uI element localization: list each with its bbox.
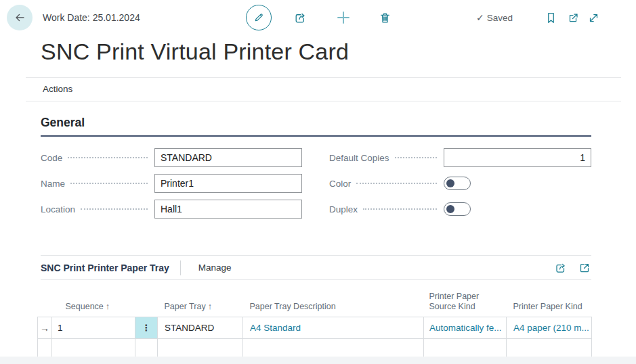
- general-section-title: General: [41, 116, 591, 137]
- cell-sequence[interactable]: 1: [52, 317, 135, 339]
- description-link[interactable]: A4 Standard: [250, 323, 301, 333]
- empty-cell[interactable]: [507, 339, 592, 359]
- dotted-leader: [363, 208, 437, 210]
- dotted-leader: [356, 183, 437, 184]
- default-copies-input[interactable]: [444, 148, 591, 167]
- open-in-new-window-icon: [567, 12, 580, 24]
- color-toggle[interactable]: [444, 177, 471, 190]
- actions-menu[interactable]: Actions: [43, 78, 72, 101]
- back-button[interactable]: [7, 5, 33, 30]
- save-status: ✓Saved: [476, 0, 513, 36]
- general-section: General Code Default Copies Name Color: [41, 116, 591, 219]
- column-header-paper-tray[interactable]: Paper Tray↑: [158, 292, 243, 317]
- color-label: Color: [329, 179, 351, 189]
- plus-icon: [335, 9, 352, 26]
- pencil-icon: [252, 11, 266, 24]
- paper-kind-link[interactable]: A4 paper (210 m...: [513, 323, 589, 333]
- default-copies-label: Default Copies: [329, 153, 389, 163]
- color-field-row: Color: [329, 174, 591, 193]
- default-copies-field-row: Default Copies: [329, 148, 591, 167]
- vertical-divider: [180, 260, 181, 275]
- row-selector-header: [38, 292, 52, 317]
- column-header-source-kind[interactable]: Printer Paper Source Kind: [424, 292, 507, 317]
- name-input[interactable]: [154, 174, 302, 193]
- location-label: Location: [41, 204, 75, 214]
- top-action-bar: Work Date: 25.01.2024: [0, 0, 636, 35]
- table-header-row: Sequence↑ Paper Tray↑ Paper Tray Descrip…: [38, 292, 592, 317]
- current-row-marker: →: [38, 317, 52, 339]
- empty-table-row: [38, 339, 592, 359]
- page-background-strip: [0, 357, 636, 364]
- cell-source-kind: Automatically fe...: [424, 317, 507, 339]
- open-in-new-window-button[interactable]: [567, 12, 580, 24]
- sort-ascending-icon: ↑: [106, 302, 110, 311]
- share-list-button[interactable]: [554, 261, 568, 275]
- duplex-label: Duplex: [329, 204, 358, 214]
- save-status-label: Saved: [487, 13, 513, 23]
- name-field-row: Name: [41, 174, 302, 193]
- code-input[interactable]: [154, 148, 302, 167]
- duplex-toggle[interactable]: [444, 202, 471, 216]
- paper-tray-header: SNC Print Printer Paper Tray Manage: [41, 255, 591, 280]
- paper-tray-table: Sequence↑ Paper Tray↑ Paper Tray Descrip…: [37, 292, 592, 359]
- delete-button[interactable]: [377, 10, 392, 25]
- dotted-leader: [70, 183, 148, 184]
- focus-mode-icon: [578, 261, 591, 275]
- empty-cell[interactable]: [158, 339, 243, 359]
- name-label: Name: [41, 179, 65, 189]
- expand-diagonal-icon: [587, 12, 600, 24]
- new-button[interactable]: [335, 9, 352, 26]
- location-input[interactable]: [154, 200, 302, 219]
- share-button[interactable]: [293, 10, 308, 25]
- dotted-leader: [68, 157, 148, 158]
- focus-mode-button[interactable]: [578, 261, 591, 275]
- cell-paper-tray[interactable]: STANDARD: [158, 317, 243, 339]
- menu-bar: Actions: [26, 77, 621, 101]
- page-title: SNC Print Virtual Printer Card: [41, 37, 636, 66]
- bookmark-icon: [545, 12, 557, 24]
- dotted-leader: [395, 157, 437, 158]
- toggle-knob: [446, 205, 454, 213]
- bookmark-button[interactable]: [545, 11, 557, 24]
- paper-tray-section-title: SNC Print Printer Paper Tray: [41, 263, 169, 273]
- printer-card-page: Work Date: 25.01.2024: [0, 0, 636, 364]
- sort-ascending-icon: ↑: [208, 302, 212, 311]
- cell-paper-kind: A4 paper (210 m...: [507, 317, 592, 339]
- source-kind-link[interactable]: Automatically fe...: [429, 323, 502, 333]
- trash-icon: [378, 11, 392, 25]
- row-options-button[interactable]: ⋮: [135, 317, 158, 339]
- column-header-sequence[interactable]: Sequence↑: [52, 292, 135, 317]
- back-arrow-icon: [13, 11, 26, 24]
- manage-menu[interactable]: Manage: [198, 263, 232, 273]
- empty-cell[interactable]: [424, 339, 507, 359]
- toggle-knob: [446, 179, 454, 187]
- general-fields: Code Default Copies Name Color: [41, 148, 591, 219]
- cell-description: A4 Standard: [243, 317, 424, 339]
- paper-tray-section: SNC Print Printer Paper Tray Manage: [0, 255, 636, 359]
- share-icon: [554, 261, 568, 275]
- location-field-row: Location: [41, 200, 302, 219]
- row-options-header: [135, 292, 158, 317]
- column-header-paper-kind[interactable]: Printer Paper Kind: [507, 292, 592, 317]
- edit-button[interactable]: [246, 5, 272, 30]
- empty-cell[interactable]: [243, 339, 424, 359]
- row-selector-cell[interactable]: [38, 339, 52, 359]
- empty-cell[interactable]: [52, 339, 135, 359]
- table-row: → 1 ⋮ STANDARD A4 Standard Automatically…: [38, 317, 592, 339]
- duplex-field-row: Duplex: [329, 200, 591, 219]
- dotted-leader: [81, 208, 148, 210]
- work-date-label: Work Date: 25.01.2024: [43, 0, 140, 35]
- share-icon: [293, 11, 308, 25]
- column-header-description[interactable]: Paper Tray Description: [243, 292, 424, 317]
- code-label: Code: [41, 153, 62, 163]
- check-icon: ✓: [476, 12, 484, 23]
- expand-button[interactable]: [587, 12, 600, 24]
- code-field-row: Code: [41, 148, 302, 167]
- empty-cell[interactable]: [135, 339, 158, 359]
